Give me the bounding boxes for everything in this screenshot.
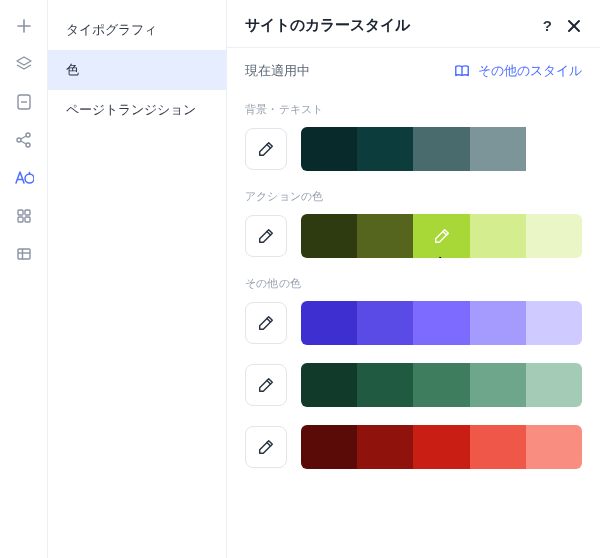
color-swatch[interactable] <box>470 425 526 469</box>
rail-page[interactable] <box>8 86 40 118</box>
svg-line-8 <box>20 136 26 139</box>
svg-point-6 <box>26 133 30 137</box>
rail-apps[interactable] <box>8 200 40 232</box>
svg-line-9 <box>20 141 26 144</box>
plus-icon <box>16 18 32 34</box>
color-swatch[interactable] <box>413 127 469 171</box>
svg-rect-15 <box>25 217 30 222</box>
color-swatch[interactable] <box>301 214 357 258</box>
palette-row <box>245 127 582 171</box>
group-label: その他の色 <box>245 276 582 291</box>
svg-point-5 <box>17 138 21 142</box>
color-swatch[interactable]: 編集 <box>413 214 469 258</box>
svg-rect-13 <box>25 210 30 215</box>
panel-title: サイトのカラースタイル <box>245 16 410 35</box>
swatch-strip <box>301 127 582 171</box>
pencil-icon <box>433 227 451 245</box>
close-icon[interactable] <box>566 18 582 34</box>
svg-line-22 <box>267 145 271 149</box>
icon-rail <box>0 0 48 558</box>
color-swatch[interactable] <box>301 301 357 345</box>
page-icon <box>16 93 32 111</box>
svg-line-26 <box>267 381 271 385</box>
svg-line-24 <box>442 232 446 236</box>
sidebar-item-label: 色 <box>66 61 79 79</box>
color-swatch[interactable] <box>526 214 582 258</box>
pencil-icon <box>257 376 275 394</box>
palette-row <box>245 301 582 345</box>
layers-icon <box>15 55 33 73</box>
panel-header: サイトのカラースタイル ? <box>227 0 600 47</box>
color-swatch[interactable] <box>413 363 469 407</box>
sidebar-item-color[interactable]: 色 <box>48 50 226 90</box>
panel-body: 背景・テキストアクションの色編集その他の色 <box>227 92 600 558</box>
svg-line-27 <box>267 443 271 447</box>
group-label: 背景・テキスト <box>245 102 582 117</box>
svg-rect-12 <box>18 210 23 215</box>
swatch-strip <box>301 425 582 469</box>
color-swatch[interactable] <box>470 214 526 258</box>
svg-point-11 <box>25 174 34 183</box>
applied-label: 現在適用中 <box>245 62 310 80</box>
svg-rect-14 <box>18 217 23 222</box>
color-swatch[interactable] <box>470 127 526 171</box>
palette-row <box>245 425 582 469</box>
svg-rect-16 <box>18 249 30 259</box>
grid-icon <box>16 208 32 224</box>
sidebar: タイポグラフィ 色 ページトランジション <box>48 0 227 558</box>
svg-point-7 <box>26 143 30 147</box>
panel-subheader: 現在適用中 その他のスタイル <box>227 47 600 92</box>
help-button[interactable]: ? <box>543 17 552 34</box>
color-swatch[interactable] <box>301 425 357 469</box>
color-swatch[interactable] <box>357 127 413 171</box>
color-swatch[interactable] <box>526 425 582 469</box>
sidebar-item-label: ページトランジション <box>66 101 196 119</box>
color-swatch[interactable] <box>301 127 357 171</box>
pencil-icon <box>257 140 275 158</box>
pencil-icon <box>257 438 275 456</box>
more-styles-link[interactable]: その他のスタイル <box>454 62 582 80</box>
share-icon <box>15 131 33 149</box>
table-icon <box>16 246 32 262</box>
edit-palette-button[interactable] <box>245 364 287 406</box>
color-swatch[interactable] <box>357 301 413 345</box>
sidebar-item-label: タイポグラフィ <box>66 21 157 39</box>
edit-palette-button[interactable] <box>245 128 287 170</box>
color-swatch[interactable] <box>413 301 469 345</box>
rail-data[interactable] <box>8 238 40 270</box>
sidebar-item-page-transition[interactable]: ページトランジション <box>48 90 226 130</box>
color-swatch[interactable] <box>357 425 413 469</box>
rail-add[interactable] <box>8 10 40 42</box>
color-swatch[interactable] <box>526 363 582 407</box>
rail-styles[interactable] <box>8 162 40 194</box>
color-swatch[interactable] <box>470 363 526 407</box>
color-swatch[interactable] <box>413 425 469 469</box>
color-swatch[interactable] <box>526 127 582 171</box>
svg-marker-2 <box>17 57 31 65</box>
palette-row <box>245 363 582 407</box>
book-icon <box>454 64 470 78</box>
swatch-strip: 編集 <box>301 214 582 258</box>
color-swatch[interactable] <box>470 301 526 345</box>
color-swatch[interactable] <box>357 214 413 258</box>
pencil-icon <box>257 227 275 245</box>
panel: サイトのカラースタイル ? 現在適用中 その他のスタイル 背景・テキストアクショ… <box>227 0 600 558</box>
edit-palette-button[interactable] <box>245 215 287 257</box>
palette-row: 編集 <box>245 214 582 258</box>
swatch-strip <box>301 363 582 407</box>
color-swatch[interactable] <box>526 301 582 345</box>
rail-layers[interactable] <box>8 48 40 80</box>
cursor-pointer-icon <box>431 254 453 258</box>
typography-icon <box>14 169 34 187</box>
group-label: アクションの色 <box>245 189 582 204</box>
color-swatch[interactable] <box>357 363 413 407</box>
svg-line-25 <box>267 319 271 323</box>
edit-palette-button[interactable] <box>245 426 287 468</box>
swatch-strip <box>301 301 582 345</box>
more-styles-label: その他のスタイル <box>478 62 582 80</box>
rail-share[interactable] <box>8 124 40 156</box>
edit-palette-button[interactable] <box>245 302 287 344</box>
color-swatch[interactable] <box>301 363 357 407</box>
svg-line-23 <box>267 232 271 236</box>
sidebar-item-typography[interactable]: タイポグラフィ <box>48 10 226 50</box>
